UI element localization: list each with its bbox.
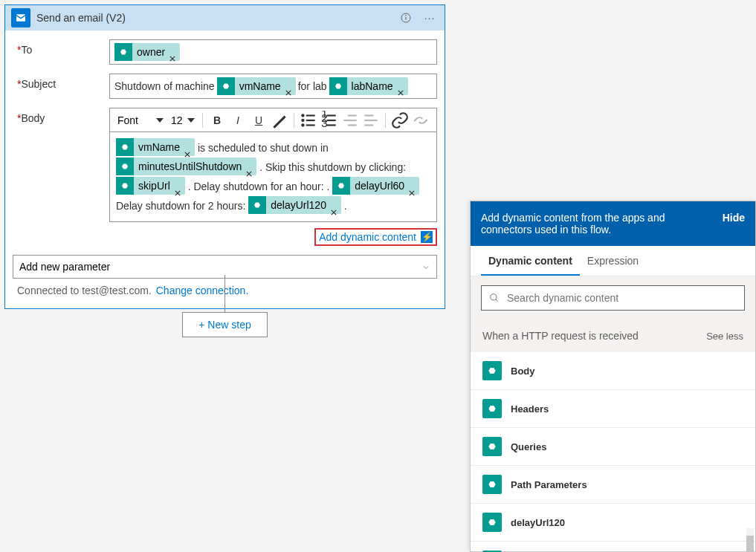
- link-button[interactable]: [390, 111, 410, 130]
- dynamic-token-icon: [482, 361, 502, 380]
- see-less-link[interactable]: See less: [706, 331, 743, 342]
- remove-token-icon[interactable]: [331, 202, 337, 208]
- outdent-button[interactable]: [340, 111, 360, 130]
- tab-dynamic-content[interactable]: Dynamic content: [481, 246, 580, 276]
- dynamic-content-panel: Add dynamic content from the apps and co…: [470, 201, 756, 552]
- scrollbar[interactable]: [746, 528, 754, 552]
- body-editor[interactable]: vmName is scheduled to shut down in minu…: [109, 131, 437, 222]
- token-vmname[interactable]: vmName: [116, 138, 195, 156]
- svg-rect-18: [327, 124, 336, 126]
- new-step-button[interactable]: + New step: [182, 312, 268, 337]
- list-item[interactable]: Headers: [471, 390, 755, 428]
- subject-label: *Subject: [13, 74, 109, 90]
- search-input[interactable]: [507, 292, 737, 304]
- dynamic-token-icon: [482, 475, 502, 494]
- dynamic-token-icon: [482, 437, 502, 456]
- svg-rect-23: [343, 119, 356, 120]
- bullet-list-button[interactable]: [299, 111, 318, 130]
- tab-expression[interactable]: Expression: [580, 246, 646, 276]
- search-box[interactable]: [481, 285, 745, 311]
- italic-button[interactable]: I: [228, 111, 248, 130]
- color-button[interactable]: [270, 111, 289, 130]
- svg-text:3: 3: [321, 116, 327, 129]
- list-item[interactable]: Path Parameters: [471, 466, 755, 504]
- panel-header: Add dynamic content from the apps and co…: [471, 201, 755, 246]
- outlook-icon: [11, 8, 30, 27]
- more-menu-icon[interactable]: ···: [421, 9, 439, 27]
- dynamic-token-icon: [114, 43, 132, 61]
- card-header: Send an email (V2) ···: [5, 5, 445, 30]
- dynamic-token-icon: [482, 513, 502, 532]
- svg-point-12: [301, 118, 304, 121]
- number-list-button[interactable]: 123: [320, 111, 339, 130]
- dynamic-token-icon: [329, 77, 347, 95]
- remove-token-icon[interactable]: [184, 144, 190, 150]
- item-label: Body: [511, 366, 535, 377]
- svg-rect-17: [327, 119, 336, 120]
- card-body: *To owner *Subject Shutdown of machine v…: [5, 30, 445, 308]
- list-item[interactable]: delayUrl120: [471, 504, 755, 542]
- add-dynamic-content-link[interactable]: Add dynamic content: [319, 231, 416, 243]
- remove-token-icon[interactable]: [398, 83, 404, 89]
- to-row: *To owner: [13, 35, 437, 69]
- rich-text-toolbar: Font 12 B I U 123: [109, 108, 437, 131]
- svg-line-39: [496, 299, 498, 302]
- lightning-icon[interactable]: ⚡: [421, 231, 433, 243]
- remove-token-icon[interactable]: [175, 183, 181, 189]
- indent-button[interactable]: [361, 111, 381, 130]
- connector-line: [224, 275, 225, 312]
- item-label: Path Parameters: [511, 479, 587, 490]
- remove-token-icon[interactable]: [246, 163, 252, 169]
- token-delay120[interactable]: delayUrl120: [248, 196, 341, 214]
- hide-panel-button[interactable]: Hide: [723, 212, 745, 236]
- change-connection-link[interactable]: Change connection.: [156, 285, 249, 296]
- underline-button[interactable]: U: [249, 111, 268, 130]
- scrollbar-thumb[interactable]: [746, 536, 754, 552]
- item-label: Queries: [511, 441, 546, 452]
- dynamic-token-icon: [116, 138, 134, 156]
- subject-row: *Subject Shutdown of machine vmName for …: [13, 69, 437, 103]
- unlink-button[interactable]: [411, 111, 430, 130]
- action-card: Send an email (V2) ··· *To owner *Subjec…: [4, 4, 445, 309]
- chevron-down-icon: [421, 262, 430, 271]
- token-skipurl[interactable]: skipUrl: [116, 177, 185, 195]
- body-row: *Body Font 12 B I U 123: [13, 103, 437, 227]
- remove-token-icon[interactable]: [285, 83, 291, 89]
- token-owner[interactable]: owner: [114, 43, 180, 61]
- remove-token-icon[interactable]: [169, 49, 175, 55]
- svg-rect-15: [306, 124, 315, 126]
- svg-rect-13: [306, 119, 315, 120]
- group-header: When a HTTP request is received See less: [471, 319, 755, 352]
- info-icon[interactable]: [397, 9, 415, 27]
- dynamic-token-icon: [217, 77, 235, 95]
- svg-rect-11: [306, 114, 315, 116]
- list-item[interactable]: Queries: [471, 428, 755, 466]
- to-field[interactable]: owner: [109, 39, 437, 65]
- panel-tabs: Dynamic content Expression: [471, 246, 755, 276]
- search-icon: [489, 293, 500, 303]
- bold-button[interactable]: B: [207, 111, 227, 130]
- svg-rect-16: [327, 114, 336, 116]
- highlight-box: Add dynamic content ⚡: [314, 228, 437, 246]
- svg-rect-22: [348, 114, 357, 116]
- svg-point-38: [491, 294, 497, 300]
- font-select[interactable]: Font: [114, 114, 167, 126]
- token-minutes[interactable]: minutesUntilShutdown: [116, 158, 256, 175]
- dynamic-token-icon: [248, 196, 266, 214]
- svg-point-3: [406, 15, 407, 16]
- svg-point-10: [301, 114, 304, 117]
- list-item[interactable]: Body: [471, 352, 755, 390]
- body-label: *Body: [13, 108, 109, 124]
- svg-rect-25: [364, 114, 373, 116]
- dynamic-token-icon: [116, 158, 134, 175]
- token-delay60[interactable]: delayUrl60: [332, 177, 419, 195]
- subject-field[interactable]: Shutdown of machine vmName for lab labNa…: [109, 74, 437, 99]
- dynamic-content-link-row: Add dynamic content ⚡: [13, 227, 437, 252]
- token-labname[interactable]: labName: [329, 77, 408, 95]
- size-select[interactable]: 12: [168, 114, 198, 126]
- list-item[interactable]: delayUrl60: [471, 542, 755, 552]
- token-vmname[interactable]: vmName: [217, 77, 296, 95]
- remove-token-icon[interactable]: [409, 183, 415, 189]
- dynamic-token-icon: [332, 177, 350, 195]
- card-title: Send an email (V2): [36, 12, 391, 24]
